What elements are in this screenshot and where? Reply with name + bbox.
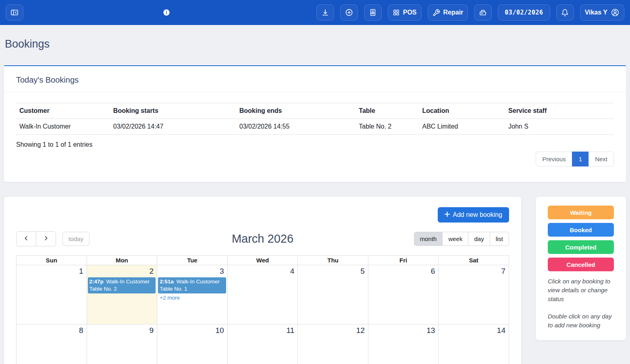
day-number: 9	[87, 324, 157, 336]
calendar-body: 122:47p Walk-In Customer Table No. 232:5…	[17, 265, 509, 364]
weekday-header: Mon	[87, 256, 157, 265]
calendar-day-cell[interactable]: 4	[227, 265, 298, 324]
info-icon[interactable]	[163, 9, 170, 16]
navbar-actions: POS Repair 03/02/2026	[316, 4, 624, 21]
user-menu-button[interactable]: Vikas Y	[580, 4, 624, 21]
user-circle-icon	[611, 8, 620, 17]
add-new-booking-button[interactable]: Add new booking	[438, 207, 509, 223]
todays-bookings-header: Today's Bookings	[4, 66, 626, 92]
add-new-button[interactable]	[340, 4, 358, 21]
table-cell: Walk-In Customer	[16, 119, 110, 135]
page-content: Bookings Today's Bookings CustomerBookin…	[0, 37, 630, 364]
weekday-header: Wed	[227, 256, 298, 265]
calendar-next-button[interactable]	[36, 231, 56, 246]
column-header: Location	[419, 103, 505, 119]
bottom-row: Add new booking March 2026	[4, 197, 626, 364]
calendar-day-cell[interactable]: 11	[227, 324, 298, 364]
table-row: Walk-In Customer03/02/2026 14:4703/02/20…	[16, 119, 614, 135]
booking-event[interactable]: 2:47p Walk-In Customer Table No. 2	[88, 277, 156, 293]
bookings-table-body: Walk-In Customer03/02/2026 14:4703/02/20…	[16, 119, 614, 135]
booking-event[interactable]: 2:51a Walk-In Customer Table No. 1	[158, 277, 226, 293]
view-button-list[interactable]: list	[490, 232, 509, 246]
weekday-header: Sat	[439, 256, 509, 265]
view-button-day[interactable]: day	[468, 232, 490, 246]
page-title: Bookings	[5, 37, 625, 51]
day-number: 4	[228, 265, 298, 277]
calendar-day-cell[interactable]: 8	[17, 324, 87, 364]
weekday-header: Fri	[368, 256, 439, 265]
calendar-nav-group	[16, 231, 56, 246]
column-header: Table	[356, 103, 419, 119]
calendar-day-cell[interactable]: 14	[439, 324, 509, 364]
table-cell: Table No. 2	[356, 119, 419, 135]
date-button[interactable]: 03/02/2026	[498, 4, 550, 21]
view-button-week[interactable]: week	[442, 232, 468, 246]
next-page-button[interactable]: Next	[588, 152, 614, 166]
calendar-day-cell[interactable]: 10	[157, 324, 228, 364]
calendar-day-cell[interactable]: 13	[368, 324, 439, 364]
day-number: 10	[157, 324, 227, 336]
calendar-card: Add new booking March 2026	[4, 197, 521, 364]
legend-card: WaitingBookedCompletedCancelled Click on…	[536, 197, 626, 340]
add-new-booking-label: Add new booking	[453, 211, 502, 218]
bookings-table-header-row: CustomerBooking startsBooking endsTableL…	[16, 103, 614, 119]
weekday-header: Thu	[298, 256, 368, 265]
wrench-icon	[432, 9, 440, 17]
repair-button[interactable]: Repair	[428, 4, 468, 21]
day-number: 2	[87, 265, 157, 277]
calculator-button[interactable]	[364, 4, 382, 21]
calendar-day-cell[interactable]: 22:47p Walk-In Customer Table No. 2	[87, 265, 157, 324]
legend-booked-button[interactable]: Booked	[548, 223, 614, 237]
page-number-button[interactable]: 1	[572, 152, 589, 166]
calendar-today-button[interactable]: today	[62, 232, 89, 246]
legend-completed-button[interactable]: Completed	[548, 240, 614, 254]
legend-note-double-click: Double click on any day to add new booki…	[548, 312, 614, 330]
bookings-table: CustomerBooking startsBooking endsTableL…	[16, 103, 614, 135]
day-number: 6	[368, 265, 439, 277]
column-header: Service staff	[505, 103, 614, 119]
calendar-day-cell[interactable]: 5	[298, 265, 368, 324]
status-legend: WaitingBookedCompletedCancelled	[548, 206, 614, 271]
calendar-prev-button[interactable]	[16, 231, 36, 246]
calendar-day-cell[interactable]: 9	[87, 324, 157, 364]
column-header: Booking starts	[110, 103, 236, 119]
repair-label: Repair	[443, 9, 464, 16]
entries-summary: Showing 1 to 1 of 1 entries	[16, 141, 614, 148]
previous-page-button[interactable]: Previous	[536, 152, 572, 166]
legend-note-click: Click on any booking to view details or …	[548, 277, 614, 303]
day-number: 11	[228, 324, 298, 336]
pagination: Previous 1 Next	[16, 152, 614, 166]
todays-bookings-body: CustomerBooking startsBooking endsTableL…	[4, 92, 626, 182]
calculator-icon	[369, 8, 377, 17]
pos-button[interactable]: POS	[388, 4, 422, 21]
sidebar-toggle-button[interactable]	[6, 4, 23, 21]
event-time: 2:51a	[160, 279, 174, 285]
view-button-month[interactable]: month	[414, 232, 443, 246]
calendar-day-cell[interactable]: 1	[17, 265, 87, 324]
cash-register-icon	[479, 8, 487, 17]
chevron-left-icon	[23, 235, 29, 243]
table-cell: John S	[505, 119, 614, 135]
download-button[interactable]	[316, 4, 334, 21]
cash-register-button[interactable]	[474, 4, 492, 21]
calendar-day-cell[interactable]: 12	[298, 324, 368, 364]
pos-label: POS	[403, 9, 417, 16]
weekday-header: Sun	[17, 256, 87, 265]
todays-bookings-card: Today's Bookings CustomerBooking startsB…	[4, 65, 626, 182]
calendar-toolbar: March 2026 today monthweekdaylist	[16, 231, 509, 246]
table-cell: ABC Limited	[419, 119, 505, 135]
plus-circle-icon	[345, 8, 353, 17]
legend-cancelled-button[interactable]: Cancelled	[548, 258, 614, 271]
notifications-button[interactable]	[556, 4, 574, 21]
calendar-week-row: 891011121314	[17, 324, 509, 364]
more-events-link[interactable]: +2 more	[160, 295, 225, 301]
legend-waiting-button[interactable]: Waiting	[548, 206, 614, 219]
calendar-day-cell[interactable]: 32:51a Walk-In Customer Table No. 1+2 mo…	[157, 265, 228, 324]
calendar-day-cell[interactable]: 6	[368, 265, 439, 324]
calendar-weekday-row: SunMonTueWedThuFriSat	[17, 256, 509, 265]
calendar-day-cell[interactable]: 7	[439, 265, 509, 324]
weekday-header: Tue	[157, 256, 228, 265]
day-number: 12	[298, 324, 368, 336]
event-time: 2:47p	[89, 279, 104, 285]
day-number: 7	[439, 265, 509, 277]
